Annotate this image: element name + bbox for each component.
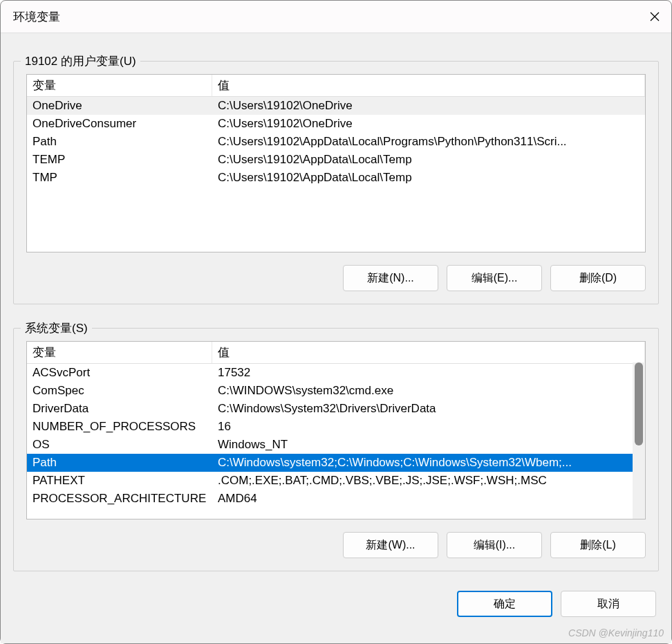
table-row[interactable]: PATHEXT.COM;.EXE;.BAT;.CMD;.VBS;.VBE;.JS… bbox=[27, 472, 645, 490]
system-delete-button[interactable]: 删除(L) bbox=[550, 532, 646, 558]
var-name: Path bbox=[27, 133, 212, 151]
var-value: 17532 bbox=[212, 364, 645, 382]
table-row[interactable]: PathC:\Users\19102\AppData\Local\Program… bbox=[27, 133, 645, 151]
scrollbar-track[interactable] bbox=[633, 362, 645, 519]
var-name: PATHEXT bbox=[27, 472, 212, 490]
ok-button[interactable]: 确定 bbox=[457, 591, 552, 617]
titlebar: 环境变量 bbox=[1, 1, 671, 33]
table-row[interactable]: TEMPC:\Users\19102\AppData\Local\Temp bbox=[27, 151, 645, 169]
var-value: C:\WINDOWS\system32\cmd.exe bbox=[212, 382, 645, 400]
col-header-name[interactable]: 变量 bbox=[27, 342, 212, 363]
system-vars-header: 变量 值 bbox=[27, 342, 645, 364]
table-row[interactable]: DriverDataC:\Windows\System32\Drivers\Dr… bbox=[27, 400, 645, 418]
table-row[interactable]: NUMBER_OF_PROCESSORS16 bbox=[27, 418, 645, 436]
system-edit-button[interactable]: 编辑(I)... bbox=[447, 532, 542, 558]
cancel-button[interactable]: 取消 bbox=[561, 591, 656, 617]
dialog-buttons: 确定 取消 bbox=[13, 591, 659, 617]
var-value: 16 bbox=[212, 418, 645, 436]
var-name: NUMBER_OF_PROCESSORS bbox=[27, 418, 212, 436]
table-row[interactable]: PathC:\Windows\system32;C:\Windows;C:\Wi… bbox=[27, 454, 645, 472]
table-row[interactable]: OneDriveC:\Users\19102\OneDrive bbox=[27, 97, 645, 115]
var-value: C:\Users\19102\AppData\Local\Temp bbox=[212, 151, 645, 169]
system-vars-body: ACSvcPort17532ComSpecC:\WINDOWS\system32… bbox=[27, 364, 645, 508]
table-row[interactable]: OSWindows_NT bbox=[27, 436, 645, 454]
var-name: TEMP bbox=[27, 151, 212, 169]
user-vars-header: 变量 值 bbox=[27, 75, 645, 97]
user-edit-button[interactable]: 编辑(E)... bbox=[447, 265, 542, 291]
table-row[interactable]: TMPC:\Users\19102\AppData\Local\Temp bbox=[27, 169, 645, 187]
table-row[interactable]: ACSvcPort17532 bbox=[27, 364, 645, 382]
system-vars-buttons: 新建(W)... 编辑(I)... 删除(L) bbox=[26, 532, 646, 558]
var-value: AMD64 bbox=[212, 490, 645, 508]
var-name: OS bbox=[27, 436, 212, 454]
var-name: TMP bbox=[27, 169, 212, 187]
user-new-button[interactable]: 新建(N)... bbox=[343, 265, 438, 291]
window-title: 环境变量 bbox=[13, 9, 60, 25]
system-vars-group: 系统变量(S) 变量 值 ACSvcPort17532ComSpecC:\WIN… bbox=[13, 328, 659, 571]
var-value: C:\Windows\System32\Drivers\DriverData bbox=[212, 400, 645, 418]
env-vars-dialog: 环境变量 19102 的用户变量(U) 变量 值 OneDriveC:\User… bbox=[0, 0, 672, 644]
var-name: ComSpec bbox=[27, 382, 212, 400]
user-vars-buttons: 新建(N)... 编辑(E)... 删除(D) bbox=[26, 265, 646, 291]
var-value: Windows_NT bbox=[212, 436, 645, 454]
col-header-value[interactable]: 值 bbox=[212, 75, 645, 96]
var-name: DriverData bbox=[27, 400, 212, 418]
var-value: C:\Users\19102\OneDrive bbox=[212, 115, 645, 133]
system-vars-list[interactable]: 变量 值 ACSvcPort17532ComSpecC:\WINDOWS\sys… bbox=[26, 341, 646, 519]
system-new-button[interactable]: 新建(W)... bbox=[343, 532, 438, 558]
scrollbar-thumb[interactable] bbox=[635, 362, 643, 445]
col-header-value[interactable]: 值 bbox=[212, 342, 645, 363]
var-name: OneDrive bbox=[27, 97, 212, 115]
var-value: .COM;.EXE;.BAT;.CMD;.VBS;.VBE;.JS;.JSE;.… bbox=[212, 472, 645, 490]
system-vars-label: 系统变量(S) bbox=[21, 320, 92, 336]
user-vars-body: OneDriveC:\Users\19102\OneDriveOneDriveC… bbox=[27, 97, 645, 187]
var-value: C:\Users\19102\AppData\Local\Programs\Py… bbox=[212, 133, 645, 151]
dialog-content: 19102 的用户变量(U) 变量 值 OneDriveC:\Users\191… bbox=[1, 33, 671, 643]
table-row[interactable]: ComSpecC:\WINDOWS\system32\cmd.exe bbox=[27, 382, 645, 400]
var-value: C:\Windows\system32;C:\Windows;C:\Window… bbox=[212, 454, 645, 472]
var-name: Path bbox=[27, 454, 212, 472]
user-vars-label: 19102 的用户变量(U) bbox=[21, 53, 140, 69]
table-row[interactable]: PROCESSOR_ARCHITECTUREAMD64 bbox=[27, 490, 645, 508]
var-name: PROCESSOR_ARCHITECTURE bbox=[27, 490, 212, 508]
col-header-name[interactable]: 变量 bbox=[27, 75, 212, 96]
close-icon bbox=[650, 12, 660, 21]
close-button[interactable] bbox=[638, 1, 671, 33]
var-name: ACSvcPort bbox=[27, 364, 212, 382]
user-vars-group: 19102 的用户变量(U) 变量 值 OneDriveC:\Users\191… bbox=[13, 61, 659, 304]
var-name: OneDriveConsumer bbox=[27, 115, 212, 133]
table-row[interactable]: OneDriveConsumerC:\Users\19102\OneDrive bbox=[27, 115, 645, 133]
var-value: C:\Users\19102\OneDrive bbox=[212, 97, 645, 115]
user-vars-list[interactable]: 变量 值 OneDriveC:\Users\19102\OneDriveOneD… bbox=[26, 74, 646, 252]
user-delete-button[interactable]: 删除(D) bbox=[550, 265, 646, 291]
var-value: C:\Users\19102\AppData\Local\Temp bbox=[212, 169, 645, 187]
